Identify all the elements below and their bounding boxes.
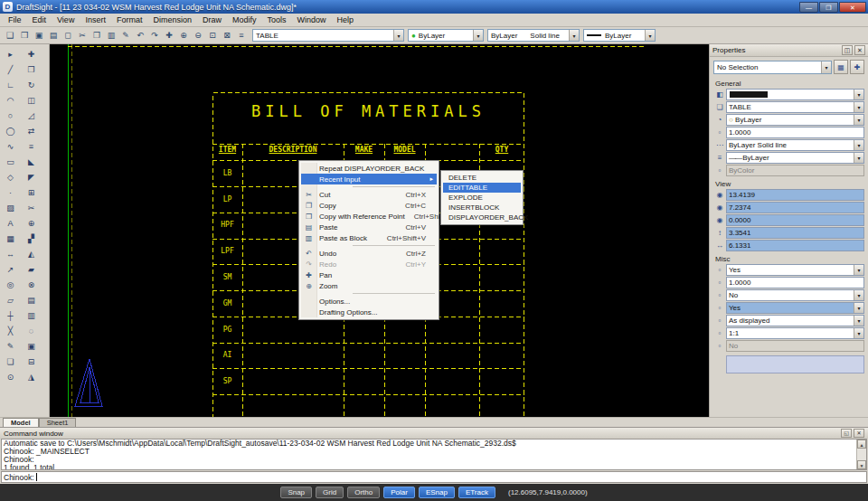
chevron-down-icon[interactable] <box>854 328 863 338</box>
submenu-item-insertblock[interactable]: INSERTBLOCK <box>443 203 521 213</box>
explode-tool-icon[interactable]: ◭ <box>24 246 39 261</box>
offset-tool-icon[interactable]: ⇄ <box>24 123 39 138</box>
fillet-tool-icon[interactable]: ◤ <box>24 169 39 184</box>
menu-item-paste-as-block[interactable]: ▥ Paste as Block Ctrl+Shift+V <box>301 232 437 243</box>
property-field[interactable]: ByLayer <box>726 114 864 126</box>
minimize-button[interactable]: — <box>799 2 818 13</box>
polar-toggle[interactable]: Polar <box>383 487 415 498</box>
property-field[interactable]: Yes <box>726 264 864 276</box>
polygon-tool-icon[interactable]: ◇ <box>3 169 18 184</box>
property-field[interactable]: ByLayer <box>726 152 864 164</box>
construction-line-tool-icon[interactable]: ╳ <box>3 323 18 338</box>
property-field[interactable]: 3.3541 <box>726 227 864 239</box>
menu-tools[interactable]: Tools <box>261 14 291 26</box>
submenu-item-edittable[interactable]: EDITTABLE <box>443 183 521 193</box>
ellipse-tool-icon[interactable]: ◯ <box>3 123 18 138</box>
chevron-down-icon[interactable] <box>854 303 863 313</box>
zoom-out-icon[interactable]: ⊖ <box>191 29 205 43</box>
point-style-tool-icon[interactable]: ◌ <box>24 323 39 338</box>
properties-painter-icon[interactable]: ✎ <box>118 29 133 43</box>
properties-tool-icon[interactable]: ▤ <box>24 292 39 307</box>
polyline-tool-icon[interactable]: ∟ <box>3 77 18 92</box>
property-field[interactable]: ByLayer Solid line <box>726 139 864 151</box>
chevron-down-icon[interactable] <box>393 30 403 41</box>
new-icon[interactable]: ❑ <box>3 29 17 43</box>
esnap-toggle[interactable]: ESnap <box>419 487 455 498</box>
dimension-tool-icon[interactable]: ↔ <box>3 246 18 261</box>
undo-icon[interactable]: ↶ <box>133 29 147 43</box>
selection-combo[interactable]: No Selection <box>713 61 832 74</box>
region-tool-icon[interactable]: ▱ <box>3 292 18 307</box>
property-field[interactable]: 0.0000 <box>726 214 864 226</box>
sketch-tool-icon[interactable]: ✎ <box>3 338 18 354</box>
subtract-tool-icon[interactable]: ⊟ <box>24 354 39 369</box>
point-tool-icon[interactable]: · <box>3 184 18 200</box>
menu-item-copy-with-reference[interactable]: ❒ Copy with Reference Point Ctrl+Shift+C <box>301 211 437 222</box>
menu-help[interactable]: Help <box>332 14 360 26</box>
layer-manager-icon[interactable]: ≡ <box>234 29 249 43</box>
property-field[interactable]: ByColor <box>726 165 864 176</box>
select-tool-icon[interactable]: ▸ <box>3 46 18 61</box>
copy-tool-icon[interactable]: ❐ <box>24 61 39 77</box>
property-field[interactable]: 1.0000 <box>726 127 864 138</box>
chevron-down-icon[interactable] <box>854 90 863 99</box>
menu-item-repeat[interactable]: Repeat DISPLAYORDER_BACK <box>301 163 437 174</box>
edit-polyline-tool-icon[interactable]: ▰ <box>24 261 39 277</box>
property-field[interactable] <box>726 89 864 100</box>
property-field[interactable]: 6.1331 <box>726 240 864 251</box>
circle-tool-icon[interactable]: ○ <box>3 108 18 123</box>
save-icon[interactable]: ▣ <box>32 29 46 43</box>
ring-tool-icon[interactable]: ◎ <box>3 277 18 292</box>
chevron-down-icon[interactable] <box>854 140 863 150</box>
selection-options-button[interactable]: ✚ <box>850 60 864 74</box>
block-tool-icon[interactable]: ❏ <box>3 354 18 369</box>
menu-item-cut[interactable]: ✂ Cut Ctrl+X <box>301 189 437 200</box>
menu-window[interactable]: Window <box>292 14 332 26</box>
chevron-down-icon[interactable] <box>569 30 579 41</box>
zoom-fit-icon[interactable]: ⊠ <box>220 29 234 43</box>
line-color-combo[interactable]: ● ByLayer <box>408 29 484 42</box>
chevron-down-icon[interactable] <box>854 316 863 326</box>
drawing-canvas[interactable]: BILL OF MATERIALS ITEMDESCRIPTIONMAKEMOD… <box>50 44 709 417</box>
chamfer-tool-icon[interactable]: ◣ <box>24 154 39 169</box>
menu-item-recent-input[interactable]: Recent Input ▸ <box>301 174 437 184</box>
chevron-down-icon[interactable] <box>854 153 863 163</box>
zoom-in-icon[interactable]: ⊕ <box>176 29 191 43</box>
etrack-toggle[interactable]: ETrack <box>458 487 495 498</box>
menu-insert[interactable]: Insert <box>80 14 111 26</box>
line-style-combo[interactable]: ByLayer Solid line <box>487 29 580 42</box>
chevron-down-icon[interactable] <box>854 115 863 125</box>
snap-toggle[interactable]: Snap <box>280 487 312 498</box>
menu-item-options[interactable]: Options... <box>301 296 437 307</box>
chevron-down-icon[interactable] <box>821 61 831 73</box>
move-tool-icon[interactable]: ✚ <box>24 46 39 61</box>
trim-tool-icon[interactable]: ✂ <box>24 200 39 215</box>
pan-icon[interactable]: ✚ <box>162 29 176 43</box>
menu-modify[interactable]: Modify <box>227 14 262 26</box>
property-field[interactable]: As displayed <box>726 315 864 326</box>
line-weight-combo[interactable]: ByLayer <box>583 29 656 42</box>
tab-model[interactable]: Model <box>3 418 39 427</box>
ortho-toggle[interactable]: Ortho <box>347 487 380 498</box>
zoom-window-icon[interactable]: ⊡ <box>205 29 220 43</box>
close-button[interactable]: ✕ <box>839 2 866 13</box>
scale-tool-icon[interactable]: ◿ <box>24 108 39 123</box>
chevron-down-icon[interactable] <box>854 102 863 112</box>
select-entities-button[interactable]: ▦ <box>834 60 848 74</box>
redo-icon[interactable]: ↷ <box>147 29 162 43</box>
scroll-down-icon[interactable]: ▼ <box>857 460 866 469</box>
section-label[interactable]: General <box>713 77 864 89</box>
menu-item-copy[interactable]: ❐ Copy Ctrl+C <box>301 200 437 211</box>
stretch-tool-icon[interactable]: ≡ <box>24 138 39 154</box>
tab-sheet1[interactable]: Sheet1 <box>39 418 77 427</box>
section-label[interactable]: View <box>713 177 864 189</box>
weld-tool-icon[interactable]: ◮ <box>24 369 39 384</box>
menu-item-redo[interactable]: ↷ Redo Ctrl+Y <box>301 259 437 269</box>
print-preview-icon[interactable]: ◻ <box>61 29 75 43</box>
menu-item-zoom[interactable]: ⊕ Zoom <box>301 280 437 291</box>
leader-tool-icon[interactable]: ↗ <box>3 261 18 277</box>
hatch-tool-icon[interactable]: ▨ <box>3 200 18 215</box>
copy-icon[interactable]: ❐ <box>90 29 104 43</box>
maximize-button[interactable]: ❐ <box>819 2 838 13</box>
close-icon[interactable]: ✕ <box>854 429 864 438</box>
